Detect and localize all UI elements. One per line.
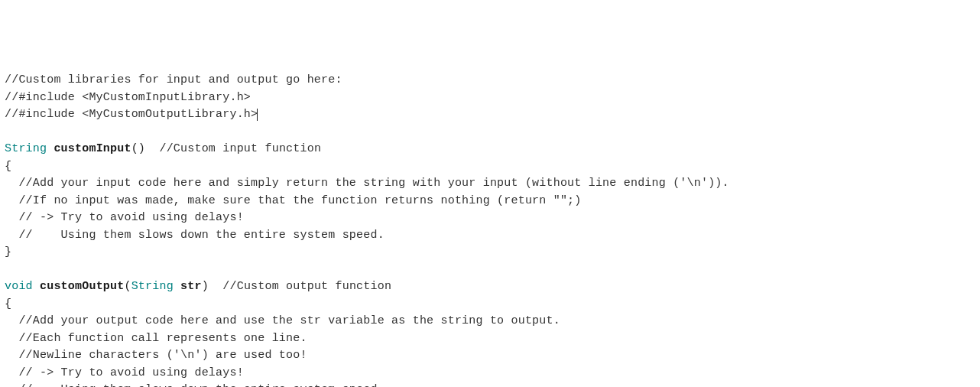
text-cursor	[257, 109, 258, 122]
type-token: String	[5, 142, 47, 155]
code-line: //Custom libraries for input and output …	[5, 72, 975, 89]
code-line: //#include <MyCustomInputLibrary.h>	[5, 89, 975, 107]
code-line: //#include <MyCustomOutputLibrary.h>	[5, 106, 975, 124]
code-line: //Newline characters ('\n') are used too…	[5, 347, 975, 365]
comment-token: //If no input was made, make sure that t…	[5, 194, 582, 207]
code-line: void customOutput(String str) //Custom o…	[5, 278, 975, 296]
code-line: }	[5, 244, 975, 262]
code-line: // Using them slows down the entire syst…	[5, 227, 975, 245]
comment-token: //Add your output code here and use the …	[5, 314, 560, 327]
comment-token: // -> Try to avoid using delays!	[5, 366, 244, 379]
code-line: {	[5, 296, 975, 314]
comment-token: //Newline characters ('\n') are used too…	[5, 349, 307, 362]
code-line: // -> Try to avoid using delays!	[5, 210, 975, 227]
comment-token: //Custom libraries for input and output …	[5, 73, 342, 86]
code-line	[5, 262, 975, 279]
comment-token: //Custom input function	[159, 142, 321, 155]
comment-token: // -> Try to avoid using delays!	[5, 211, 244, 224]
brace-token: {	[5, 160, 11, 173]
code-line	[5, 124, 975, 141]
comment-token: //#include <MyCustomInputLibrary.h>	[5, 91, 251, 104]
function-name-token: customInput	[54, 142, 131, 155]
code-line: //Add your output code here and use the …	[5, 313, 975, 330]
comment-token: //Add your input code here and simply re…	[5, 177, 729, 190]
code-line: // Using them slows down the entire syst…	[5, 382, 975, 387]
code-line: String customInput() //Custom input func…	[5, 141, 975, 158]
code-line: {	[5, 158, 975, 176]
keyword-token: void	[5, 280, 33, 293]
brace-token: }	[5, 246, 11, 259]
param-name-token: str	[180, 280, 202, 293]
comment-token: // Using them slows down the entire syst…	[5, 383, 385, 387]
code-line: // -> Try to avoid using delays!	[5, 365, 975, 382]
code-block: //Custom libraries for input and output …	[5, 72, 975, 387]
params-token: ()	[131, 142, 145, 155]
comment-token: //Each function call represents one line…	[5, 332, 307, 345]
type-token: String	[131, 280, 174, 293]
comment-token: // Using them slows down the entire syst…	[5, 229, 385, 242]
code-line: //If no input was made, make sure that t…	[5, 193, 975, 210]
comment-token: //#include <MyCustomOutputLibrary.h>	[5, 108, 258, 121]
code-line: //Add your input code here and simply re…	[5, 175, 975, 193]
code-line: //Each function call represents one line…	[5, 330, 975, 348]
brace-token: {	[5, 298, 11, 311]
comment-token: //Custom output function	[222, 280, 391, 293]
function-name-token: customOutput	[40, 280, 124, 293]
